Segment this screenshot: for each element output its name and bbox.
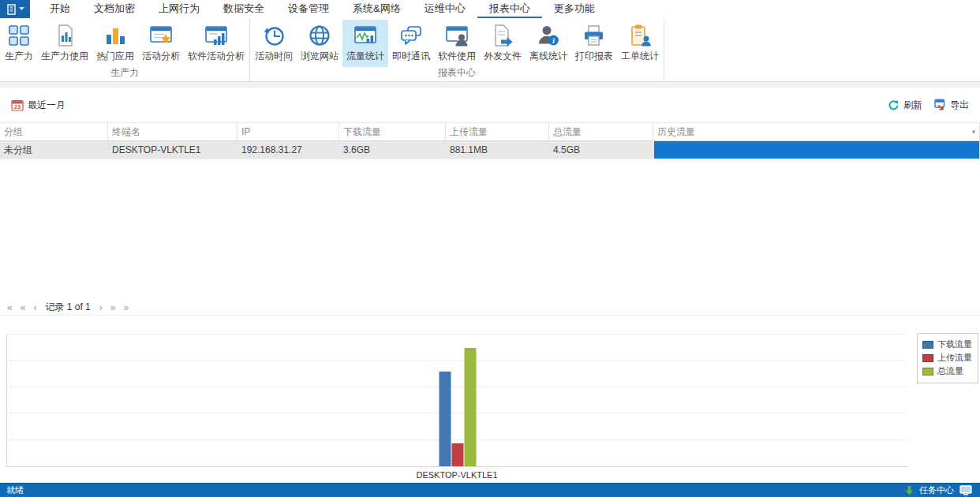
column-header-terminal[interactable]: 终端名 — [108, 123, 238, 140]
doc-chart-icon — [52, 23, 77, 48]
column-header-upload[interactable]: 上传流量 — [446, 123, 549, 140]
legend-label: 总流量 — [937, 365, 963, 377]
bar-chart-icon — [103, 23, 128, 48]
window-star-icon — [148, 23, 174, 48]
ribbon-button-traffic-stats[interactable]: 流量统计 — [342, 20, 388, 67]
ribbon-button-outgoing-files[interactable]: 外发文件 — [480, 20, 526, 67]
ribbon-button-activity-analysis[interactable]: 活动分析 — [138, 20, 184, 67]
ribbon-button-software-usage[interactable]: 软件使用 — [434, 20, 480, 67]
cell-total: 4.5GB — [549, 141, 653, 159]
date-range-filter[interactable]: 23 最近一月 — [11, 99, 65, 112]
toolbar-right: 刷新 导出 — [888, 99, 969, 112]
ribbon-button-instant-messaging[interactable]: 即时通讯 — [388, 20, 434, 67]
menu-bar: 开始 文档加密 上网行为 数据安全 设备管理 系统&网络 运维中心 报表中心 更… — [0, 0, 980, 18]
document-icon — [6, 4, 17, 15]
ribbon-button-productivity[interactable]: 生产力 — [1, 20, 37, 67]
cell-upload: 881.1MB — [446, 141, 549, 159]
ribbon-button-software-activity-analysis[interactable]: 软件活动分析 — [184, 20, 249, 67]
first-page-button[interactable]: « — [3, 301, 17, 315]
ribbon-divider — [0, 81, 980, 88]
export-icon — [933, 99, 946, 111]
ribbon-button-browse-websites[interactable]: 浏览网站 — [297, 20, 342, 67]
chat-icon — [398, 23, 424, 48]
legend-label: 下载流量 — [937, 338, 972, 350]
fast-next-page-button[interactable]: » — [107, 301, 120, 315]
tab-ops-center[interactable]: 运维中心 — [413, 0, 477, 18]
chart-plot — [6, 334, 907, 467]
ribbon-button-label: 浏览网站 — [301, 50, 339, 63]
column-header-total[interactable]: 总流量 — [549, 123, 653, 140]
ribbon-button-print-report[interactable]: 打印报表 — [571, 20, 617, 67]
table-row[interactable]: 未分组 DESKTOP-VLKTLE1 192.168.31.27 3.6GB … — [0, 141, 980, 159]
tab-system-network[interactable]: 系统&网络 — [341, 0, 413, 18]
report-toolbar: 23 最近一月 刷新 导出 — [0, 88, 980, 122]
prev-page-button[interactable]: ‹ — [29, 301, 40, 315]
export-label: 导出 — [950, 99, 969, 112]
download-arrow-icon — [905, 485, 914, 495]
toolbar-left: 23 最近一月 — [11, 99, 65, 112]
column-header-history[interactable]: 历史流量 — [653, 123, 980, 140]
column-options-dropdown-icon[interactable]: ▼ — [971, 123, 977, 141]
ribbon-button-label: 工单统计 — [621, 50, 659, 63]
last-page-button[interactable]: » — [119, 301, 133, 315]
refresh-icon — [888, 99, 900, 111]
traffic-stats-icon — [353, 23, 378, 48]
ribbon-button-ticket-stats[interactable]: 工单统计 — [617, 20, 663, 67]
refresh-button[interactable]: 刷新 — [888, 99, 922, 112]
ribbon-group-productivity-buttons: 生产力 生产力使用 热门应用 活动分析 软件活动分析 — [1, 18, 249, 67]
next-page-button[interactable]: › — [95, 301, 107, 315]
tab-more-functions[interactable]: 更多功能 — [542, 0, 607, 18]
ribbon-group-report-center-buttons: 活动时间 浏览网站 流量统计 即时通讯 软件使用 — [251, 18, 663, 67]
ribbon-button-label: 热门应用 — [96, 50, 134, 63]
menu-tabs: 开始 文档加密 上网行为 数据安全 设备管理 系统&网络 运维中心 报表中心 更… — [38, 0, 607, 18]
user-info-icon: i — [536, 23, 561, 48]
ribbon-button-productivity-usage[interactable]: 生产力使用 — [37, 20, 92, 67]
column-header-group[interactable]: 分组 — [0, 123, 108, 140]
calendar-icon: 23 — [11, 99, 24, 111]
svg-text:i: i — [552, 37, 555, 45]
column-header-download[interactable]: 下载流量 — [339, 123, 446, 140]
x-axis-category-label: DESKTOP-VLKTLE1 — [6, 470, 907, 480]
status-bar-right: 任务中心 — [905, 484, 972, 496]
bar-upload — [451, 443, 463, 466]
date-range-label: 最近一月 — [28, 99, 65, 112]
legend-label: 上传流量 — [937, 352, 972, 364]
tab-start[interactable]: 开始 — [38, 0, 82, 18]
legend-swatch-upload — [922, 354, 933, 362]
window-user-icon — [444, 23, 469, 48]
clock-history-icon — [261, 23, 286, 48]
cell-ip: 192.168.31.27 — [238, 141, 339, 159]
table-header: 分组 终端名 IP 下载流量 上传流量 总流量 历史流量 ▼ — [0, 122, 980, 141]
ribbon-group-label: 生产力 — [1, 67, 249, 80]
tab-doc-encryption[interactable]: 文档加密 — [82, 0, 147, 18]
ribbon-button-offline-stats[interactable]: i 离线统计 — [526, 20, 571, 67]
printer-icon — [582, 23, 607, 48]
task-center-button[interactable]: 任务中心 — [919, 484, 954, 496]
ribbon-button-label: 生产力使用 — [41, 50, 88, 63]
column-header-ip[interactable]: IP — [238, 123, 339, 140]
task-window-icon[interactable] — [959, 485, 972, 495]
clipboard-user-icon — [627, 23, 653, 48]
tab-device-management[interactable]: 设备管理 — [276, 0, 341, 18]
ribbon-group-label: 报表中心 — [251, 67, 663, 80]
app-menu-button[interactable] — [0, 0, 30, 18]
tab-report-center[interactable]: 报表中心 — [477, 0, 542, 18]
traffic-table: 分组 终端名 IP 下载流量 上传流量 总流量 历史流量 ▼ 未分组 DESKT… — [0, 122, 980, 300]
export-button[interactable]: 导出 — [933, 99, 969, 112]
chart-legend: 下载流量 上传流量 总流量 — [917, 333, 978, 383]
app-window: 开始 文档加密 上网行为 数据安全 设备管理 系统&网络 运维中心 报表中心 更… — [0, 0, 980, 497]
ribbon-button-label: 离线统计 — [529, 50, 567, 63]
tab-data-security[interactable]: 数据安全 — [211, 0, 276, 18]
cell-terminal: DESKTOP-VLKTLE1 — [108, 141, 238, 159]
status-bar: 就绪 任务中心 — [0, 483, 980, 497]
cell-group: 未分组 — [0, 141, 108, 159]
grid-icon — [6, 23, 32, 48]
ribbon: 生产力 生产力使用 热门应用 活动分析 软件活动分析 — [0, 18, 980, 81]
ribbon-button-activity-time[interactable]: 活动时间 — [251, 20, 297, 67]
ribbon-button-hot-apps[interactable]: 热门应用 — [92, 20, 138, 67]
fast-prev-page-button[interactable]: « — [17, 301, 30, 315]
tab-web-behavior[interactable]: 上网行为 — [147, 0, 211, 18]
ribbon-button-label: 活动时间 — [255, 50, 293, 63]
ribbon-group-report-center: 活动时间 浏览网站 流量统计 即时通讯 软件使用 — [250, 18, 664, 81]
ribbon-button-label: 软件使用 — [438, 50, 476, 63]
